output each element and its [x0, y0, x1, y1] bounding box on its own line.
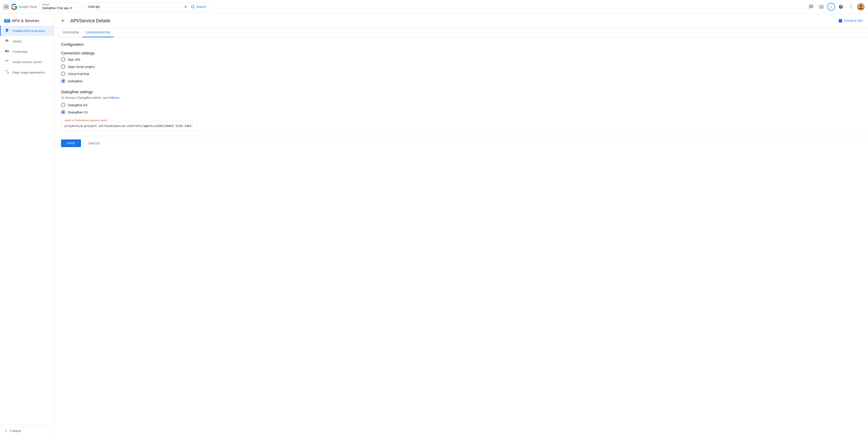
disable-api-icon — [839, 19, 842, 23]
user-avatar-icon — [857, 3, 865, 10]
help-icon-button[interactable] — [837, 3, 845, 11]
radio-dialogflow-cx-circle — [61, 110, 65, 114]
svg-rect-15 — [5, 70, 6, 71]
dialogflow-description: To choose a Dialogflow edition, see Edit… — [61, 96, 238, 99]
disable-api-button[interactable]: DISABLE API — [839, 19, 863, 23]
project-value: Dialogflow Chat app ▾ — [42, 6, 79, 10]
sidebar-item-credentials[interactable]: Credentials — [0, 46, 54, 57]
radio-cloud-pubsub[interactable]: Cloud Pub/Sub — [61, 72, 238, 76]
svg-point-3 — [850, 6, 851, 7]
cast-icon-button[interactable] — [817, 3, 826, 11]
more-vert-icon — [849, 4, 854, 9]
google-cloud-logo[interactable]: Google Cloud — [11, 4, 37, 10]
dialogflow-options-group: Dialogflow ES Dialogflow CX — [61, 103, 238, 114]
search-bar: ✕ Search — [84, 3, 212, 11]
svg-point-2 — [850, 5, 851, 6]
radio-app-url-label: App URL — [68, 58, 81, 61]
agent-field-input[interactable] — [61, 121, 197, 131]
radio-dialogflow[interactable]: Dialogflow — [61, 79, 238, 83]
tab-configuration[interactable]: CONFIGURATION — [82, 28, 114, 37]
editions-link[interactable]: Editions — [108, 96, 119, 99]
search-button[interactable]: Search — [189, 5, 208, 9]
save-button[interactable]: SAVE — [61, 139, 81, 147]
notification-badge[interactable]: 1 — [827, 3, 835, 10]
chat-icon-button[interactable] — [807, 3, 815, 11]
search-icon — [191, 5, 195, 9]
search-input[interactable] — [88, 5, 182, 9]
radio-dialogflow-label: Dialogflow — [68, 79, 83, 83]
dialogflow-settings-section: Dialogflow settings To choose a Dialogfl… — [61, 90, 238, 131]
sidebar-item-page-usage[interactable]: Page usage agreements — [0, 67, 54, 77]
sidebar-item-oauth[interactable]: OAuth consent screen — [0, 57, 54, 67]
more-options-button[interactable] — [847, 3, 855, 11]
help-icon — [839, 4, 843, 9]
enabled-apis-icon — [5, 28, 9, 33]
svg-rect-16 — [5, 71, 6, 71]
svg-rect-17 — [7, 70, 7, 71]
sidebar-item-label: Library — [12, 40, 22, 43]
topbar-actions: 1 — [807, 3, 865, 11]
menu-icon[interactable] — [3, 4, 8, 9]
back-button[interactable] — [59, 17, 67, 25]
svg-rect-13 — [8, 60, 8, 60]
sidebar-item-label: Credentials — [12, 50, 28, 54]
layout: API APIs & Services Enabled APIs & servi… — [0, 13, 868, 437]
radio-dialogflow-cx[interactable]: Dialogflow CX — [61, 110, 238, 114]
sidebar-nav: Enabled APIs & services Library Credenti… — [0, 26, 54, 425]
radio-dialogflow-es[interactable]: Dialogflow ES — [61, 103, 238, 107]
radio-apps-script-label: Apps Script project — [68, 65, 95, 68]
tab-overview[interactable]: OVERVIEW — [59, 28, 82, 37]
radio-apps-script-circle — [61, 64, 65, 69]
chat-icon — [809, 4, 813, 9]
sidebar: API APIs & Services Enabled APIs & servi… — [0, 13, 54, 437]
api-badge: API — [4, 19, 10, 23]
svg-rect-12 — [7, 61, 7, 62]
collapse-sidebar-button[interactable]: Collapse — [4, 427, 21, 434]
clear-search-button[interactable]: ✕ — [184, 4, 187, 9]
credentials-icon — [5, 49, 9, 54]
google-logo-icon — [11, 4, 18, 10]
svg-rect-18 — [7, 71, 7, 71]
radio-dialogflow-es-circle — [61, 103, 65, 107]
page-title: API/Service Details — [70, 18, 835, 24]
terminal-icon — [819, 4, 824, 9]
svg-point-19 — [8, 72, 9, 73]
sidebar-bottom: Collapse — [0, 425, 54, 437]
connection-options-group: App URL Apps Script project Cloud Pub/Su… — [61, 57, 238, 83]
radio-cloud-pubsub-circle — [61, 72, 65, 76]
sidebar-item-label: Page usage agreements — [12, 71, 45, 74]
collapse-icon — [4, 429, 8, 433]
radio-dialogflow-cx-label: Dialogflow CX — [68, 111, 88, 114]
bottom-bar: SAVE CANCEL — [54, 136, 868, 151]
radio-cloud-pubsub-label: Cloud Pub/Sub — [68, 72, 89, 76]
radio-app-url-circle — [61, 57, 65, 61]
main-content: API/Service Details DISABLE API OVERVIEW… — [54, 13, 868, 437]
tab-bar: OVERVIEW CONFIGURATION — [54, 28, 868, 37]
chevron-down-icon: ▾ — [70, 6, 72, 10]
main-header: API/Service Details DISABLE API — [54, 13, 868, 28]
sidebar-item-library[interactable]: Library — [0, 36, 54, 46]
page-usage-icon — [5, 70, 9, 75]
agent-field-label: Agent or Environment resource name * — [64, 119, 109, 122]
avatar[interactable] — [857, 3, 865, 10]
svg-line-1 — [193, 7, 194, 8]
project-selector[interactable]: Project Dialogflow Chat app ▾ — [39, 2, 82, 11]
radio-app-url[interactable]: App URL — [61, 57, 238, 61]
radio-apps-script[interactable]: Apps Script project — [61, 64, 238, 69]
cancel-button[interactable]: CANCEL — [84, 139, 104, 147]
sidebar-title: APIs & Services — [12, 19, 39, 23]
project-label: Project — [42, 3, 79, 6]
content-area: Configuration Connection settings App UR… — [54, 37, 245, 136]
oauth-icon — [5, 59, 9, 65]
svg-rect-7 — [5, 60, 6, 60]
dialogflow-settings-title: Dialogflow settings — [61, 90, 238, 94]
svg-point-6 — [860, 5, 862, 7]
svg-rect-14 — [8, 61, 8, 61]
svg-rect-8 — [5, 61, 6, 61]
agent-field-wrapper: Agent or Environment resource name * — [61, 121, 197, 131]
svg-point-4 — [850, 8, 851, 8]
svg-rect-9 — [5, 61, 6, 62]
sidebar-item-enabled-apis[interactable]: Enabled APIs & services — [0, 26, 54, 36]
logo-text: Google Cloud — [19, 5, 37, 8]
svg-point-0 — [191, 5, 194, 8]
